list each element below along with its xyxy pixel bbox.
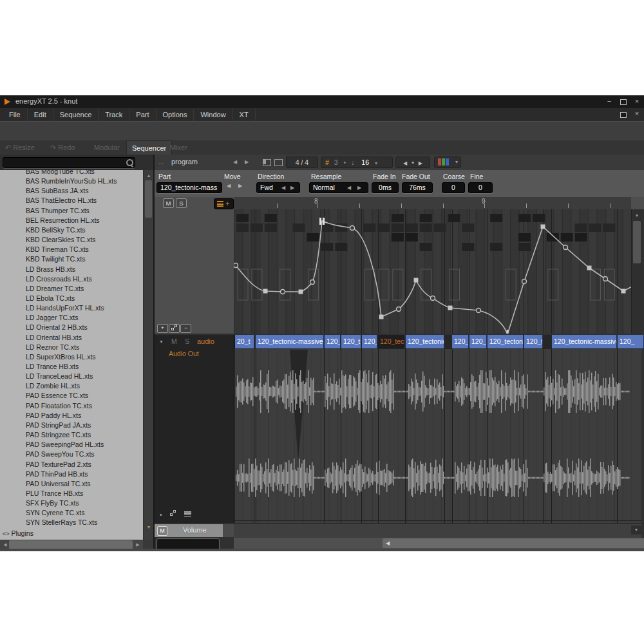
move-left-icon[interactable]: ◀ (227, 183, 231, 189)
fine-box[interactable]: 0 (468, 182, 493, 193)
scroll-down-icon[interactable]: ▼ (144, 523, 154, 531)
link-button[interactable] (170, 510, 176, 517)
clip-segment[interactable]: 120_tectonic (488, 335, 524, 348)
list-item[interactable]: PAD Stringzee TC.xts (26, 430, 91, 440)
program-prev-icon[interactable]: ◀ (233, 159, 237, 165)
vscroll-thumb[interactable] (145, 180, 152, 218)
list-item[interactable]: PAD SweepingPad HL.xts (26, 440, 104, 450)
layout-full-icon[interactable] (274, 159, 283, 166)
list-item[interactable]: LD Trance HB.xts (26, 362, 79, 372)
time-signature-box[interactable]: 4 / 4 (286, 156, 318, 168)
link-button[interactable] (169, 324, 180, 333)
dir-prev-icon[interactable]: ◀ (281, 183, 285, 193)
list-item[interactable]: LD Reznor TC.xts (26, 343, 79, 352)
track-solo-button[interactable]: S (185, 337, 189, 345)
list-item[interactable]: LD Oriental HB.xts (26, 333, 82, 343)
loop-nav-box[interactable]: ◀ • ▶ (395, 156, 430, 168)
track-hscrollbar[interactable]: ◀ (234, 538, 644, 549)
layout-split-icon[interactable] (263, 159, 271, 166)
grid-settings-box[interactable]: # 3 • ↓ 16 ▾ (321, 156, 393, 168)
menu-item-part[interactable]: Part (129, 109, 156, 121)
list-item[interactable]: LD SuperXtBros HL.xts (26, 352, 96, 362)
tab-modular[interactable]: Modular (94, 140, 120, 155)
program-selector[interactable]: program (171, 158, 198, 166)
chevron-down-icon[interactable]: ▾ (371, 160, 377, 166)
collapse-icon[interactable]: ▼ (159, 339, 164, 344)
hscroll-thumb[interactable]: ◀ (383, 538, 644, 548)
list-item[interactable]: LD Crossroads HL.xts (26, 274, 92, 284)
zoom-in-button[interactable]: + (157, 324, 168, 333)
track-mute-button[interactable]: M (171, 337, 177, 345)
menu-item-xt[interactable]: XT (233, 109, 256, 121)
list-item[interactable]: PAD Universal TC.xts (26, 479, 91, 489)
title-bar[interactable]: energyXT 2.5 - knut − × (0, 95, 644, 108)
menu-item-options[interactable]: Options (156, 109, 194, 121)
list-item[interactable]: SFX FlyBy TC.xts (26, 498, 79, 508)
resample-box[interactable]: Normal ◀ ▶ (309, 182, 368, 193)
list-item[interactable]: BAS RumbleInYourSub HL.xts (26, 176, 117, 186)
search-input[interactable] (3, 157, 135, 168)
close-button[interactable]: × (632, 97, 642, 105)
menu-item-track[interactable]: Track (99, 109, 129, 121)
list-item[interactable]: BAS Thumper TC.xts (26, 206, 90, 216)
nav-right-icon[interactable]: ▶ (419, 160, 422, 166)
nav-dot-icon[interactable]: • (409, 158, 417, 166)
list-item[interactable]: KBD Tineman TC.xts (26, 245, 89, 254)
vscroll-thumb[interactable] (633, 221, 641, 263)
program-next-icon[interactable]: ▶ (245, 159, 249, 165)
sidebar-vscrollbar[interactable]: ▲ ▼ (143, 170, 154, 540)
list-item[interactable]: PAD SweepYou TC.xts (26, 450, 95, 459)
search-icon[interactable] (126, 159, 133, 166)
clip-segment[interactable]: 120_tectonic (406, 335, 444, 348)
dir-next-icon[interactable]: ▶ (290, 183, 294, 193)
list-item[interactable]: LD HandsUpForXT HL.xts (26, 303, 104, 313)
list-item[interactable]: KBD ClearSkies TC.xts (26, 235, 95, 245)
scroll-down-icon[interactable]: ▼ (631, 526, 641, 535)
volume-lane-grip[interactable] (223, 524, 234, 537)
list-item[interactable]: SYN Cyrene TC.xts (26, 508, 84, 518)
color-swatch-button[interactable]: ▾ (434, 156, 461, 168)
clip-segment[interactable]: 120_ (469, 335, 487, 348)
resample-prev-icon[interactable]: ◀ (347, 183, 351, 193)
menu-item-sequence[interactable]: Sequence (53, 109, 99, 121)
clip-segment[interactable]: 120_tectonic-massive (256, 335, 324, 348)
scroll-up-icon[interactable]: ▲ (144, 171, 154, 180)
timeline-ruler[interactable]: 89 (234, 197, 631, 209)
list-item[interactable]: PAD Paddy HL.xts (26, 411, 81, 421)
clip-segment[interactable]: 120_tect (378, 335, 405, 348)
grid-step-value[interactable]: 16 (356, 158, 369, 166)
zoom-out-button[interactable]: − (180, 324, 191, 333)
list-item[interactable]: PAD Floatation TC.xts (26, 401, 92, 411)
list-item[interactable]: BEL Resurrection HL.xts (26, 216, 100, 225)
hscroll-thumb[interactable] (9, 540, 133, 549)
list-item[interactable]: BAS MoogTube TC.xts (26, 170, 95, 176)
clip-segment[interactable]: 120_t (524, 335, 543, 348)
list-item[interactable]: LD Ebola TC.xts (26, 294, 75, 303)
list-item[interactable]: BAS SubBass JA.xts (26, 186, 88, 196)
waveform-area[interactable] (234, 349, 641, 523)
list-item[interactable]: KBD Twilight TC.xts (26, 254, 85, 264)
hamburger-icon[interactable] (184, 511, 191, 518)
part-value-box[interactable]: 120_tectonic-mass (156, 182, 222, 193)
mdi-close-button[interactable]: × (632, 109, 642, 117)
list-item[interactable]: PAD Essence TC.xts (26, 391, 88, 401)
dot-icon[interactable]: • (160, 511, 162, 518)
list-item[interactable]: SYN StellerRays TC.xts (26, 518, 97, 527)
undo-button[interactable]: ↶ Resize (5, 140, 35, 155)
menu-item-file[interactable]: File (3, 109, 28, 121)
track-header-panel[interactable]: ▼ M S audio Audio Out • (155, 335, 234, 523)
tree-item-plugins[interactable]: <> Plugins (3, 529, 33, 538)
list-item[interactable]: BAS ThatElectro HL.xts (26, 196, 97, 205)
list-item[interactable]: LD TranceLead HL.xts (26, 372, 93, 381)
clip-segment[interactable]: 120_tectonic-massive (552, 335, 617, 348)
direction-box[interactable]: Fwd ◀ ▶ (256, 182, 300, 193)
scroll-up-icon[interactable]: ▲ (632, 211, 642, 219)
volume-mute-button[interactable]: M (157, 526, 167, 536)
coarse-box[interactable]: 0 (442, 182, 465, 193)
list-item[interactable]: LD Zombie HL.xts (26, 381, 80, 391)
clip-segment[interactable]: 120_t (341, 335, 361, 348)
list-item[interactable]: PAD StringPad JA.xts (26, 421, 91, 430)
clip-segment[interactable]: 120_t (325, 335, 341, 348)
list-item[interactable]: PAD TexturePad 2.xts (26, 460, 91, 469)
resample-next-icon[interactable]: ▶ (357, 183, 361, 193)
